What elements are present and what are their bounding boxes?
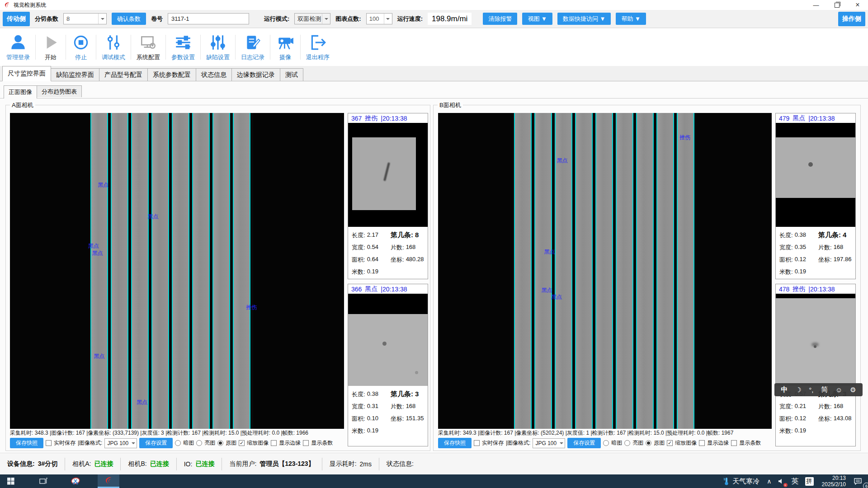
zoom-image-checkbox[interactable] — [239, 440, 245, 446]
operator-side-button[interactable]: 操作侧 — [838, 12, 865, 26]
realtime-save-checkbox[interactable] — [474, 440, 480, 446]
camera-a-status-segment: 相机A: 已连接 — [65, 458, 121, 470]
maximize-button[interactable] — [826, 0, 847, 10]
defect-marker: 黑点 — [542, 286, 552, 294]
ime-language-bar[interactable]: 中 ☽ °, 简 ☺ ⚙ — [774, 383, 863, 396]
quick-access-menu-button[interactable]: 数据快捷访问 ▼ — [557, 13, 611, 25]
ime-punctuation-toggle[interactable]: °, — [809, 386, 813, 394]
system-tray: 天气寒冷 ∧ × 英 拼 20:13 2025/2/10 — [720, 474, 868, 488]
defect-card[interactable]: 367 挫伤 |20:13:38 长度:2.17 第几条:8 宽度:0.54 片… — [348, 113, 428, 279]
help-menu-button[interactable]: 帮助 ▼ — [616, 13, 646, 25]
subtab-trend-chart[interactable]: 分布趋势图表 — [37, 85, 82, 97]
ime-mode-badge[interactable]: 拼 — [802, 474, 816, 488]
ime-settings-gear-icon[interactable]: ⚙ — [850, 386, 856, 394]
defect-stats: 长度:2.17 第几条:8 宽度:0.54 片数:168 面积:0.64 坐标:… — [348, 227, 428, 278]
show-strip-count-checkbox[interactable] — [731, 440, 737, 446]
language-indicator[interactable]: 英 — [789, 474, 802, 488]
save-snapshot-button[interactable]: 保存快照 — [438, 438, 472, 448]
save-settings-button[interactable]: 保存设置 — [567, 438, 601, 448]
icon-toolbar: 管理登录 开始 停止 调试模式 — [0, 28, 868, 66]
app-logo-icon — [4, 2, 10, 9]
drive-side-button[interactable]: 传动侧 — [3, 12, 30, 26]
chart-points-label: 图表点数: — [335, 15, 361, 23]
tab-test[interactable]: 测试 — [280, 68, 303, 81]
show-edge-checkbox[interactable] — [271, 440, 277, 446]
snipping-tool-button[interactable] — [65, 474, 87, 488]
subtab-front-image[interactable]: 正面图像 — [4, 85, 37, 99]
close-button[interactable]: × — [847, 0, 868, 10]
tool-defect-settings[interactable]: 缺陷设置 — [201, 28, 235, 66]
run-mode-select[interactable]: 双面检测 — [294, 13, 330, 24]
image-format-select[interactable]: JPG 100 — [533, 438, 565, 448]
start-button[interactable] — [0, 474, 22, 488]
tool-exit-program[interactable]: 退出程序 — [301, 28, 335, 66]
tool-system-config[interactable]: 系统配置 — [131, 28, 165, 66]
image-format-label: |图像格式: — [506, 439, 530, 447]
show-strip-count-checkbox[interactable] — [303, 440, 309, 446]
defect-type: 黑点 — [793, 114, 805, 122]
task-view-button[interactable] — [33, 474, 54, 488]
slit-count-select[interactable]: 8 — [63, 13, 107, 24]
tool-admin-login[interactable]: 管理登录 — [1, 28, 35, 66]
tool-camera[interactable]: 摄像 — [270, 28, 300, 66]
hidden-icons-chevron[interactable]: ∧ — [764, 474, 774, 488]
tool-parameter-settings[interactable]: 参数设置 — [166, 28, 200, 66]
original-image-radio[interactable] — [646, 440, 651, 446]
strip-region — [89, 113, 253, 429]
dark-image-radio[interactable] — [175, 440, 181, 446]
main-tab-strip: 尺寸监控界面 缺陷监控界面 产品型号配置 系统参数配置 状态信息 边缘数据记录 … — [0, 66, 868, 81]
tab-defect-monitor[interactable]: 缺陷监控界面 — [51, 68, 99, 81]
volume-muted-icon[interactable]: × — [775, 474, 788, 488]
ime-fullwidth-moon-icon[interactable]: ☽ — [795, 386, 801, 394]
dark-image-radio[interactable] — [603, 440, 609, 446]
image-format-select[interactable]: JPG 100 — [104, 438, 137, 448]
speed-value: 198.9m/mi — [428, 13, 472, 25]
clock-time: 20:13 — [822, 475, 846, 481]
zoom-image-checkbox[interactable] — [667, 440, 673, 446]
tool-debug-mode[interactable]: 调试模式 — [96, 28, 131, 66]
clear-alarm-button[interactable]: 清除报警 — [483, 13, 517, 25]
defect-card[interactable]: 478 挫伤 |20:13:38 长度:0.57 第几条:3 宽度:0.21 片… — [775, 284, 856, 446]
defect-stats: 长度:0.38 第几条:3 宽度:0.31 片数:168 面积:0.10 坐标:… — [348, 386, 428, 437]
tool-start[interactable]: 开始 — [36, 28, 66, 66]
save-settings-button[interactable]: 保存设置 — [139, 438, 173, 448]
camera-a-image[interactable]: 黑点 黑点 黑点 黑点 挫伤 黑点 黑点 — [10, 113, 344, 429]
bright-image-radio[interactable] — [196, 440, 202, 446]
tab-edge-data-record[interactable]: 边缘数据记录 — [231, 68, 280, 81]
tab-product-model-config[interactable]: 产品型号配置 — [99, 68, 148, 81]
roll-number-input[interactable]: 3117-1 — [168, 13, 249, 24]
title-bar: 视觉检测系统 — × — [0, 0, 868, 10]
view-menu-button[interactable]: 视图 ▼ — [522, 13, 552, 25]
ime-cn-toggle[interactable]: 中 — [781, 385, 788, 394]
defect-time: |20:13:38 — [381, 286, 407, 293]
show-edge-checkbox[interactable] — [699, 440, 705, 446]
tool-log-record[interactable]: 日志记录 — [236, 28, 270, 66]
tab-status-info[interactable]: 状态信息 — [196, 68, 232, 81]
panel-a-title: A面相机 — [10, 101, 35, 109]
confirm-count-button[interactable]: 确认条数 — [112, 13, 146, 25]
ime-simplified-toggle[interactable]: 简 — [821, 385, 828, 394]
bright-image-radio[interactable] — [624, 440, 630, 446]
camera-b-image[interactable]: 挫伤 黑点 黑点 黑点 黑点 — [438, 113, 772, 429]
defect-card[interactable]: 479 黑点 |20:13:38 长度:0.38 第几条:4 宽度:0.35 片… — [775, 113, 856, 279]
original-image-radio[interactable] — [217, 440, 223, 446]
defect-stats: 长度:0.38 第几条:4 宽度:0.35 片数:168 面积:0.12 坐标:… — [776, 227, 855, 278]
chart-points-select[interactable]: 100 — [366, 13, 392, 24]
strip-region — [513, 113, 696, 429]
realtime-save-checkbox[interactable] — [46, 440, 52, 446]
save-snapshot-button[interactable]: 保存快照 — [10, 438, 43, 448]
defect-thumbnail — [776, 123, 855, 227]
roll-label: 卷号 — [151, 15, 163, 23]
tab-size-monitor[interactable]: 尺寸监控界面 — [2, 66, 51, 81]
minimize-button[interactable]: — — [806, 0, 826, 10]
scissors-icon — [71, 477, 81, 485]
taskbar-clock[interactable]: 20:13 2025/2/10 — [817, 475, 850, 488]
defect-card[interactable]: 366 黑点 |20:13:38 长度:0.38 第几条:3 宽度:0.31 片… — [348, 284, 428, 446]
defect-card-header: 479 黑点 |20:13:38 — [776, 113, 855, 123]
tab-system-param-config[interactable]: 系统参数配置 — [147, 68, 196, 81]
weather-widget[interactable]: 天气寒冷 — [720, 477, 763, 486]
app-taskbar-button[interactable] — [98, 474, 119, 488]
tool-stop[interactable]: 停止 — [66, 28, 96, 66]
ime-emoji-icon[interactable]: ☺ — [835, 386, 842, 394]
notification-center-button[interactable]: 6 — [851, 474, 868, 488]
